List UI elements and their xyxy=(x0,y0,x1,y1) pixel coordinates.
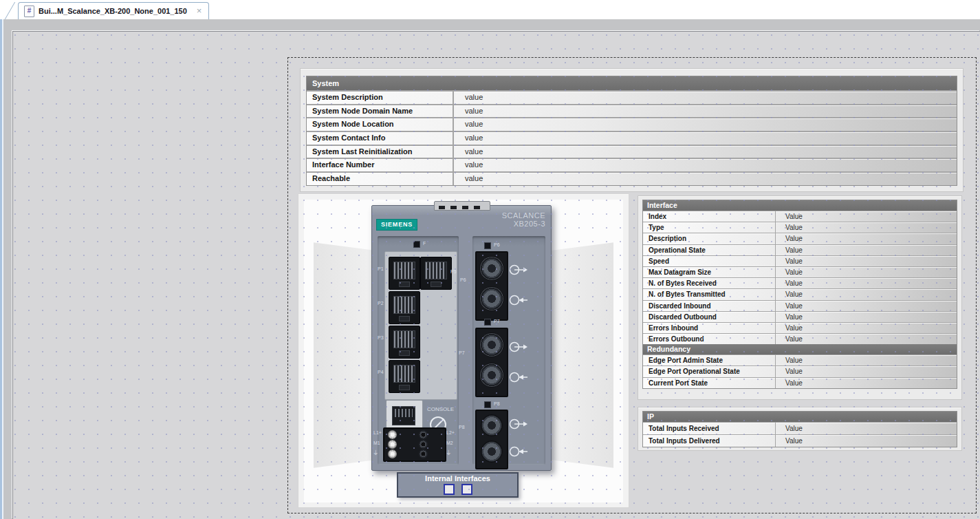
led-label-p8: P8 xyxy=(494,401,500,407)
internal-interface-square-1[interactable] xyxy=(444,484,455,495)
port-label-p3: P3 xyxy=(378,335,384,341)
system-table: SystemSystem DescriptionvalueSystem Node… xyxy=(306,76,957,186)
field-value: Value xyxy=(776,355,803,366)
rx-arrow-icon xyxy=(508,294,529,306)
table-row[interactable]: Errors OutboundValue xyxy=(643,333,957,344)
table-row[interactable]: System Node Domain Namevalue xyxy=(307,104,957,118)
field-label: System Description xyxy=(307,92,454,104)
field-value: value xyxy=(454,118,483,131)
device-photo: SIEMENS SCALANCE XB205-3 F xyxy=(304,200,623,502)
table-row[interactable]: Reachablevalue xyxy=(307,171,957,185)
rx-arrow-icon xyxy=(508,371,529,383)
table-row[interactable]: System Last Reinitializationvalue xyxy=(307,145,957,158)
field-label: N. of Bytes Received xyxy=(643,278,776,288)
strip-label-p5: P5 xyxy=(450,269,457,275)
ground-symbol-right: ⏚ xyxy=(446,450,450,456)
table-row[interactable]: Errors InboundValue xyxy=(643,322,957,333)
ip-table: IPTotal Inputs ReceivedValueTotal Inputs… xyxy=(642,411,957,447)
field-value: Value xyxy=(776,423,803,434)
table-row[interactable]: System Contact Infovalue xyxy=(307,131,957,145)
port-p2 xyxy=(389,291,420,324)
strip-label-p8: P8 xyxy=(459,425,465,430)
table-row[interactable]: N. of Bytes ReceivedValue xyxy=(643,277,957,288)
table-row[interactable]: Edge Port Admin StateValue xyxy=(643,354,957,366)
fault-led-label: F xyxy=(423,241,426,246)
field-label: Index xyxy=(643,211,776,222)
field-label: Max Datagram Size xyxy=(643,267,776,277)
port-p3 xyxy=(389,326,420,359)
table-row[interactable]: Discarded OutboundValue xyxy=(643,311,957,322)
port-label-p2: P2 xyxy=(378,301,384,306)
system-panel[interactable]: SystemSystem DescriptionvalueSystem Node… xyxy=(300,68,963,192)
design-canvas[interactable]: SystemSystem DescriptionvalueSystem Node… xyxy=(12,31,980,519)
field-value: Value xyxy=(776,233,803,244)
tab-close-icon[interactable]: × xyxy=(197,7,202,15)
field-value: Value xyxy=(776,222,803,233)
table-section-header: Interface xyxy=(643,200,957,211)
field-label: Description xyxy=(643,233,776,244)
table-row[interactable]: System Node Locationvalue xyxy=(307,117,957,131)
power-label-m2: M2 xyxy=(446,441,453,446)
table-row[interactable]: Operational StateValue xyxy=(643,244,957,255)
field-value: Value xyxy=(776,334,803,344)
ip-panel[interactable]: IPTotal Inputs ReceivedValueTotal Inputs… xyxy=(638,407,962,451)
table-row[interactable]: Max Datagram SizeValue xyxy=(643,266,957,277)
tx-arrow-icon xyxy=(508,341,529,353)
field-value: Value xyxy=(776,366,803,377)
table-row[interactable]: Total Inputs DeliveredValue xyxy=(643,434,957,447)
interface-panel[interactable]: InterfaceIndexValueTypeValueDescriptionV… xyxy=(638,195,962,400)
field-label: Edge Port Operational State xyxy=(643,366,776,377)
device-model-label: SCALANCE XB205-3 xyxy=(502,211,545,228)
power-label-l1: L1+ xyxy=(373,430,382,436)
console-label: CONSOLE xyxy=(427,407,454,412)
field-label: Discarded Inbound xyxy=(643,301,776,311)
field-value: value xyxy=(454,173,483,185)
fault-led xyxy=(413,241,420,248)
field-value: value xyxy=(454,146,483,158)
power-label-l2: L2+ xyxy=(446,430,455,436)
model-line2: XB205-3 xyxy=(514,220,545,228)
port-p1 xyxy=(389,257,420,290)
power-label-m1: M1 xyxy=(373,441,380,446)
field-label: System Contact Info xyxy=(307,132,454,145)
table-row[interactable]: Discarded InboundValue xyxy=(643,300,957,311)
device-preview-panel[interactable]: SIEMENS SCALANCE XB205-3 F xyxy=(298,193,629,508)
field-value: value xyxy=(454,132,483,145)
field-value: Value xyxy=(776,301,803,311)
internal-interfaces-panel[interactable]: Internal Interfaces xyxy=(397,472,519,498)
field-label: System Node Location xyxy=(307,118,454,131)
field-label: Operational State xyxy=(643,245,776,255)
table-row[interactable]: Total Inputs ReceivedValue xyxy=(643,422,957,434)
field-value: Value xyxy=(776,245,803,255)
port-p5 xyxy=(420,257,452,290)
led-p7 xyxy=(484,319,491,326)
led-label-p6: P6 xyxy=(494,242,500,248)
siemens-logo: SIEMENS xyxy=(376,219,417,231)
table-row[interactable]: N. of Bytes TransmittedValue xyxy=(643,288,957,299)
internal-interface-square-2[interactable] xyxy=(461,484,472,495)
table-row[interactable]: IndexValue xyxy=(643,211,957,222)
field-value: Value xyxy=(776,323,803,333)
interface-table: InterfaceIndexValueTypeValueDescriptionV… xyxy=(642,200,957,389)
table-section-header: IP xyxy=(643,412,957,422)
table-row[interactable]: SpeedValue xyxy=(643,255,957,266)
field-value: Value xyxy=(776,256,803,266)
scalance-switch-image[interactable]: SIEMENS SCALANCE XB205-3 F xyxy=(371,205,552,471)
field-label: Type xyxy=(643,222,776,233)
tx-arrow-icon xyxy=(508,264,529,276)
field-label: Errors Inbound xyxy=(643,323,776,333)
faceplate-tab-icon: # xyxy=(24,6,34,17)
table-section-header: Redundancy xyxy=(643,344,957,354)
table-row[interactable]: Interface Numbervalue xyxy=(307,158,957,171)
field-label: System Node Domain Name xyxy=(307,105,454,118)
internal-interfaces-label: Internal Interfaces xyxy=(398,474,517,483)
table-row[interactable]: DescriptionValue xyxy=(643,233,957,244)
field-label: N. of Bytes Transmitted xyxy=(643,289,776,299)
table-row[interactable]: Current Port StateValue xyxy=(643,377,957,388)
document-tab[interactable]: # Bui...M_Scalance_XB-200_None_001_150 × xyxy=(18,2,209,19)
editor-window: # Bui...M_Scalance_XB-200_None_001_150 ×… xyxy=(0,0,980,519)
table-row[interactable]: TypeValue xyxy=(643,222,957,233)
table-row[interactable]: Edge Port Operational StateValue xyxy=(643,366,957,377)
field-label: Total Inputs Received xyxy=(643,423,776,434)
table-row[interactable]: System Descriptionvalue xyxy=(307,90,957,104)
